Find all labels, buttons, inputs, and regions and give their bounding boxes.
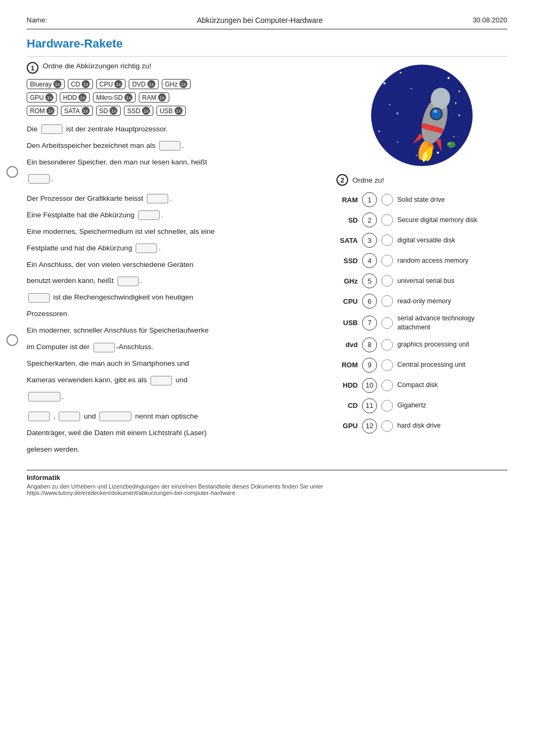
sentence-10: Speicherkarten, die man auch in Smartpho… (27, 358, 331, 370)
task1-header: 1 Ordne die Abkürzungen richtig zu! (27, 62, 331, 74)
match-label-cpu: CPU (336, 297, 358, 305)
tag-rom[interactable]: ROM1x (27, 106, 58, 116)
blank-10b[interactable] (28, 392, 60, 401)
blank-11c[interactable] (99, 412, 131, 421)
match-answer-12[interactable] (381, 420, 393, 432)
sentence-3b: . (27, 173, 331, 185)
name-label: Name: (27, 16, 47, 24)
svg-point-1 (383, 82, 386, 84)
match-answer-6[interactable] (381, 295, 393, 307)
match-answer-5[interactable] (381, 275, 393, 287)
match-answer-10[interactable] (381, 380, 393, 391)
tag-usb-label: USB (160, 107, 173, 115)
sentence-11: , und nennt man optische (27, 411, 331, 423)
tag-mikrosd[interactable]: Mikro-SD1x (93, 92, 136, 103)
task2-header: 2 Ordne zu! (336, 174, 507, 186)
svg-point-3 (411, 88, 412, 89)
match-answer-11[interactable] (381, 400, 393, 412)
left-column: 1 Ordne die Abkürzungen richtig zu! Blue… (27, 62, 336, 460)
sentence-6b: Festplatte und hat die Abkürzung . (27, 242, 331, 255)
match-row-hdd: HDD 10 Compact disk (336, 378, 507, 393)
match-desc-9: Central processing unit (397, 360, 507, 369)
sentence-11c: gelesen werden. (27, 444, 331, 456)
tag-cpu[interactable]: CPU1x (96, 79, 125, 89)
blank-8[interactable] (28, 293, 50, 303)
match-label-rom: ROM (336, 361, 358, 369)
tag-blueray[interactable]: Blueray1x (27, 79, 65, 89)
match-answer-9[interactable] (381, 359, 393, 371)
radio-2[interactable] (6, 334, 18, 346)
svg-text:✦: ✦ (454, 101, 458, 106)
tag-dvd[interactable]: DVD1x (129, 79, 158, 89)
match-num-4: 4 (362, 253, 377, 268)
task1-instruction: Ordne die Abkürzungen richtig zu! (43, 62, 151, 70)
right-column: ✦ ✦ ✦ (336, 62, 507, 460)
footer-subject: Informatik (27, 474, 507, 482)
rocket-illustration: ✦ ✦ ✦ (368, 62, 475, 169)
match-num-8: 8 (362, 337, 377, 352)
sentence-5: Eine Festplatte hat die Abkürzung . (27, 209, 331, 222)
match-num-10: 10 (362, 378, 377, 393)
tag-sata-label: SATA (64, 107, 80, 115)
sentence-10b: Kameras verwenden kann, gibt es als und (27, 374, 331, 387)
match-answer-4[interactable] (381, 255, 393, 266)
match-row-dvd: dvd 8 graphics processing unit (336, 337, 507, 352)
match-answer-8[interactable] (381, 339, 393, 351)
blank-7[interactable] (117, 277, 139, 286)
tag-row-1: Blueray1x CD1x CPU1x DVD1x GHz1x (27, 79, 331, 89)
tag-usb[interactable]: USB1x (156, 106, 186, 116)
match-answer-2[interactable] (381, 214, 393, 226)
match-answer-7[interactable] (381, 317, 393, 329)
match-label-gpu: GPU (336, 422, 358, 430)
tag-row-2: GPU1x HDD1x Mikro-SD1x RAM1x (27, 92, 331, 103)
tag-sd[interactable]: SD1x (96, 106, 121, 116)
match-num-7: 7 (362, 316, 377, 330)
match-num-2: 2 (362, 212, 377, 227)
match-row-gpu: GPU 12 hard disk drive (336, 419, 507, 434)
header-divider (27, 29, 507, 29)
match-answer-3[interactable] (381, 234, 393, 246)
tag-ghz-label: GHz (165, 81, 178, 88)
tag-hdd-label: HDD (63, 94, 77, 101)
svg-text:✦: ✦ (395, 111, 399, 116)
blank-4[interactable] (147, 194, 168, 203)
tag-blueray-label: Blueray (30, 81, 52, 88)
tag-ghz[interactable]: GHz1x (162, 79, 191, 89)
match-label-ghz: GHz (336, 277, 358, 285)
tag-mikrosd-label: Mikro-SD (96, 94, 123, 101)
tag-sata[interactable]: SATA1x (61, 106, 93, 116)
blank-3[interactable] (28, 174, 50, 184)
blank-10a[interactable] (151, 376, 172, 385)
tag-hdd[interactable]: HDD1x (60, 92, 90, 103)
sentence-8b: Prozessoren. (27, 308, 331, 320)
tag-cd[interactable]: CD1x (68, 79, 93, 89)
blank-5[interactable] (138, 210, 160, 220)
blank-9[interactable] (93, 343, 115, 352)
sentence-1: Die ist der zentrale Hauptprozessor. (27, 123, 331, 136)
svg-point-4 (447, 77, 450, 79)
tag-sd-label: SD (99, 107, 108, 115)
blank-11a[interactable] (28, 412, 50, 421)
blank-6[interactable] (136, 243, 157, 253)
blank-11b[interactable] (59, 412, 80, 421)
match-answer-1[interactable] (381, 194, 393, 206)
sentence-2: Den Arbeitsspeicher bezeichnet man als . (27, 140, 331, 152)
match-desc-6: read-only memory (397, 297, 507, 306)
match-label-sata: SATA (336, 237, 358, 245)
tag-gpu-label: GPU (30, 94, 44, 101)
match-row-sd: SD 2 Secure digital memory disk (336, 212, 507, 227)
tag-ram[interactable]: RAM1x (139, 92, 169, 103)
tag-ssd[interactable]: SSD1x (124, 106, 153, 116)
svg-point-11 (437, 152, 439, 154)
match-desc-8: graphics processing unit (397, 340, 507, 349)
match-row-rom: ROM 9 Central processing unit (336, 358, 507, 373)
footer-divider (27, 470, 507, 470)
blank-1[interactable] (41, 124, 62, 134)
tag-dvd-label: DVD (132, 81, 145, 88)
tag-gpu[interactable]: GPU1x (27, 92, 57, 103)
blank-2[interactable] (159, 141, 180, 151)
sentence-4: Der Prozessor der Grafikkarte heisst . (27, 193, 331, 205)
tag-ram-label: RAM (142, 94, 156, 101)
radio-1[interactable] (6, 166, 18, 178)
main-content: 1 Ordne die Abkürzungen richtig zu! Blue… (27, 62, 507, 460)
